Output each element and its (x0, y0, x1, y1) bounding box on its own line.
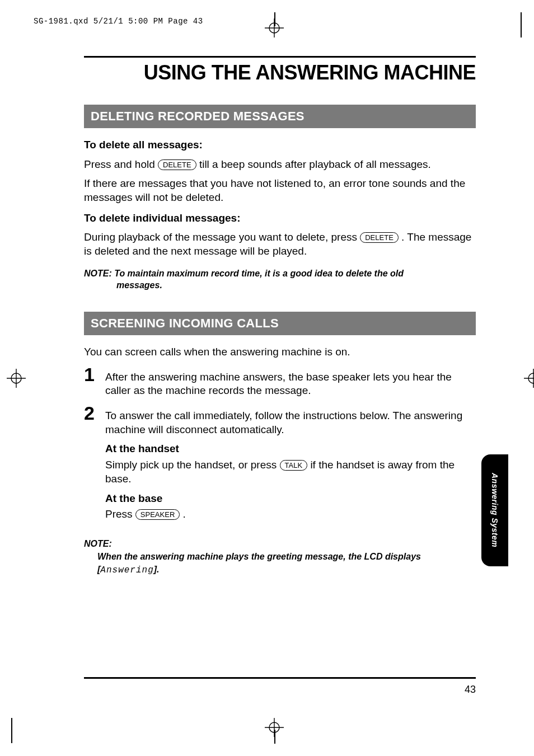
base-heading: At the base (105, 492, 476, 506)
registration-mark-icon (7, 369, 26, 388)
section-heading-screening: SCREENING INCOMING CALLS (84, 312, 476, 335)
page-title: USING THE ANSWERING MACHINE (84, 61, 476, 84)
talk-keycap: TALK (280, 460, 308, 471)
note-label: NOTE: (84, 269, 114, 278)
text-fragment: During playback of the message you want … (84, 231, 360, 243)
prepress-header: SG-1981.qxd 5/21/1 5:00 PM Page 43 (34, 17, 203, 26)
delete-all-para2: If there are messages that you have not … (84, 177, 476, 204)
text-fragment: . (183, 508, 186, 520)
handset-para: Simply pick up the handset, or press TAL… (105, 458, 476, 486)
delete-all-para1: Press and hold DELETE till a beep sounds… (84, 158, 476, 172)
title-rule (84, 56, 476, 58)
crop-mark-bottom-left (11, 718, 12, 743)
registration-mark-icon (265, 18, 284, 37)
speaker-keycap: SPEAKER (135, 509, 180, 520)
note-line2: messages. (84, 279, 476, 292)
text-fragment: Press and hold (84, 158, 158, 170)
delete-keycap: DELETE (360, 232, 399, 243)
text-fragment: Press (105, 508, 135, 520)
step-text: After the answering machine answers, the… (105, 365, 476, 398)
step-number: 1 (84, 365, 97, 398)
footer-rule (84, 677, 476, 679)
delete-all-heading: To delete all messages: (84, 138, 476, 152)
thumb-tab-answering-system: Answering System (481, 454, 508, 566)
registration-mark-icon (265, 718, 284, 737)
step-1: 1 After the answering machine answers, t… (84, 365, 476, 398)
note2-line1: When the answering machine plays the gre… (84, 550, 476, 577)
sub-at-handset: At the handset Simply pick up the handse… (105, 442, 476, 521)
note-line1: To maintain maximum record time, it is a… (114, 269, 404, 278)
base-para: Press SPEAKER . (105, 508, 476, 522)
bracket-close: ]. (154, 565, 160, 574)
content-column: USING THE ANSWERING MACHINE DELETING REC… (84, 56, 476, 577)
note-screening: NOTE: When the answering machine plays t… (84, 537, 476, 577)
thumb-tab-label: Answering System (490, 473, 499, 547)
crop-mark-top-right (521, 12, 522, 37)
body-deleting: To delete all messages: Press and hold D… (84, 138, 476, 292)
handset-heading: At the handset (105, 442, 476, 456)
text-fragment: till a beep sounds after playback of all… (199, 158, 431, 170)
step-2: 2 To answer the call immediately, follow… (84, 403, 476, 436)
section-heading-deleting: DELETING RECORDED MESSAGES (84, 105, 476, 128)
delete-individual-heading: To delete individual messages: (84, 212, 476, 226)
text-fragment: Simply pick up the handset, or press (105, 459, 280, 471)
page-number: 43 (84, 684, 476, 696)
body-screening: You can screen calls when the answering … (84, 345, 476, 577)
delete-keycap: DELETE (158, 159, 196, 170)
screening-intro: You can screen calls when the answering … (84, 345, 476, 359)
step-number: 2 (84, 403, 97, 436)
step-text: To answer the call immediately, follow t… (105, 403, 476, 436)
text-fragment: When the answering machine plays the gre… (97, 552, 421, 561)
note-label: NOTE: (84, 539, 112, 548)
lcd-text: Answering (100, 565, 153, 575)
note-delete: NOTE: To maintain maximum record time, i… (84, 267, 476, 292)
registration-mark-icon (524, 369, 534, 388)
delete-individual-para: During playback of the message you want … (84, 231, 476, 258)
